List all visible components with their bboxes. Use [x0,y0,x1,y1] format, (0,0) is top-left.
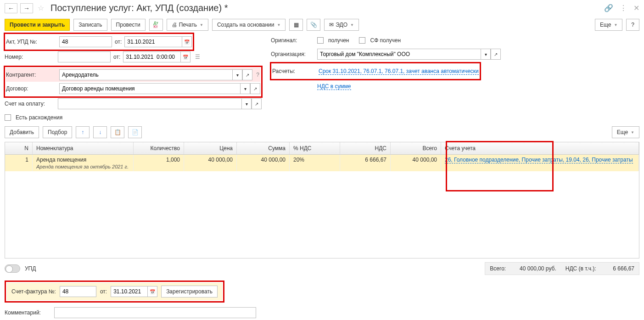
number-date-input[interactable] [123,51,180,62]
received-label: получен [328,37,349,44]
counterparty-input[interactable] [59,69,232,80]
nav-back-button[interactable]: ← [5,3,17,13]
invoice-input[interactable] [58,98,241,109]
copy-button[interactable]: 📋 [111,126,124,138]
comment-label: Комментарий: [5,309,50,316]
chevron-down-icon: ▼ [277,23,280,27]
col-header-nds[interactable]: НДС [340,142,391,154]
cell-price[interactable]: 40 000,00 [184,155,237,171]
open-button[interactable]: ↗ [491,49,501,60]
move-up-button[interactable]: ↑ [76,126,90,138]
totals-summary: Всего: 40 000,00 руб. НДС (в т.ч.): 6 66… [485,262,639,275]
calc-link[interactable]: Срок 31.10.2021, 76.07.1, 76.07.1, зачет… [319,68,479,75]
edo-button[interactable]: ✉ ЭДО ▼ [324,19,359,31]
printer-icon: 🖨 [172,22,177,28]
dropdown-button[interactable]: ▾ [240,83,250,94]
from-label-2: от: [113,54,120,60]
nav-forward-button[interactable]: → [20,3,33,13]
chevron-down-icon: ▼ [631,130,634,135]
post-and-close-button[interactable]: Провести и закрыть [5,19,70,31]
dropdown-button[interactable]: ▾ [241,98,252,109]
cell-vat-rate[interactable]: 20% [290,155,340,171]
col-header-nomenclature[interactable]: Номенклатура [33,142,134,154]
open-button[interactable]: ↗ [252,98,262,109]
calendar-icon[interactable]: 📅 [147,286,157,297]
comment-input[interactable] [54,307,256,318]
cell-nomenclature[interactable]: Аренда помещения Аренда помещения за окт… [33,155,134,171]
discrepancy-checkbox[interactable] [5,114,11,121]
cell-total[interactable]: 40 000,00 [391,155,441,171]
dropdown-button[interactable]: ▾ [232,69,242,80]
cell-nds[interactable]: 6 666,67 [340,155,391,171]
from-label: от: [115,39,122,45]
contract-input[interactable] [59,83,240,94]
sf-label: Счет-фактура №: [11,288,56,295]
table-more-button[interactable]: Еще ▼ [612,126,639,138]
col-header-sum[interactable]: Сумма [237,142,290,154]
act-number-input[interactable] [59,36,112,47]
act-date-input[interactable] [124,36,182,47]
sf-from-label: от: [100,288,107,295]
page-title: Поступление услуг: Акт, УПД (создание) * [50,3,228,13]
help-hint-icon[interactable]: ? [255,72,260,78]
open-button[interactable]: ↗ [250,83,260,94]
counterparty-label: Контрагент: [6,72,56,78]
chevron-down-icon: ▼ [350,23,354,27]
sf-received-label: СФ получен [370,37,401,44]
services-grid[interactable]: N Номенклатура Количество Цена Сумма % Н… [5,142,639,258]
open-button[interactable]: ↗ [242,69,252,80]
calendar-icon[interactable]: 📅 [180,51,190,62]
dropdown-button[interactable]: ▾ [481,49,491,60]
select-button[interactable]: Подбор [43,126,72,138]
structure-button[interactable]: ▦ [289,19,303,31]
more-menu-icon[interactable]: ⋮ [620,4,627,12]
add-row-button[interactable]: Добавить [5,126,39,138]
post-button[interactable]: Провести [111,19,146,31]
favorite-star-icon[interactable]: ☆ [36,4,46,12]
move-down-button[interactable]: ↓ [93,126,107,138]
paste-button[interactable]: 📄 [128,126,142,138]
number-label: Номер: [5,54,55,60]
sf-received-checkbox[interactable] [359,37,365,44]
table-row[interactable]: 1 Аренда помещения Аренда помещения за о… [5,155,639,171]
invoice-label: Счет на оплату: [5,101,55,107]
sf-date-input[interactable] [111,286,147,297]
register-sf-button[interactable]: Зарегистрировать [161,286,218,298]
cell-qty[interactable]: 1,000 [134,155,184,171]
col-header-price[interactable]: Цена [184,142,237,154]
cell-sum[interactable]: 40 000,00 [237,155,290,171]
upd-toggle[interactable] [5,264,20,273]
print-button[interactable]: 🖨 Печать ▼ [167,19,208,31]
create-based-button[interactable]: Создать на основании ▼ [212,19,286,31]
link-icon[interactable]: 🔗 [604,4,613,12]
envelope-icon: ✉ [329,22,334,28]
col-header-qty[interactable]: Количество [134,142,184,154]
list-icon[interactable]: ☰ [193,54,202,60]
col-header-total[interactable]: Всего [391,142,441,154]
chevron-down-icon: ▼ [200,23,203,27]
write-button[interactable]: Записать [73,19,107,31]
number-input[interactable] [58,51,111,62]
chevron-down-icon: ▼ [614,23,617,27]
cell-n: 1 [5,155,33,171]
cell-accounts[interactable]: 26, Головное подразделение, Прочие затра… [441,155,639,171]
act-number-label: Акт, УПД №: [6,39,56,45]
upd-label: УПД [25,265,36,272]
received-checkbox[interactable] [317,37,324,44]
help-button[interactable]: ? [626,19,639,31]
calc-label: Расчеты: [272,68,316,74]
calendar-icon[interactable]: 📅 [182,36,192,47]
dtkt-button[interactable]: ДтКт [149,19,163,31]
col-header-n[interactable]: N [5,142,33,154]
org-input[interactable] [317,49,481,60]
sf-number-input[interactable] [60,286,96,297]
more-button[interactable]: Еще ▼ [595,19,622,31]
col-header-vat-rate[interactable]: % НДС [290,142,340,154]
discrepancy-label: Есть расхождения [16,114,62,121]
attach-button[interactable]: 📎 [307,19,320,31]
vat-mode-link[interactable]: НДС в сумме [317,83,351,90]
contract-label: Договор: [6,85,56,92]
original-label: Оригинал: [271,37,314,44]
close-icon[interactable]: ✕ [633,4,639,12]
col-header-accounts[interactable]: Счета учета [441,142,639,154]
